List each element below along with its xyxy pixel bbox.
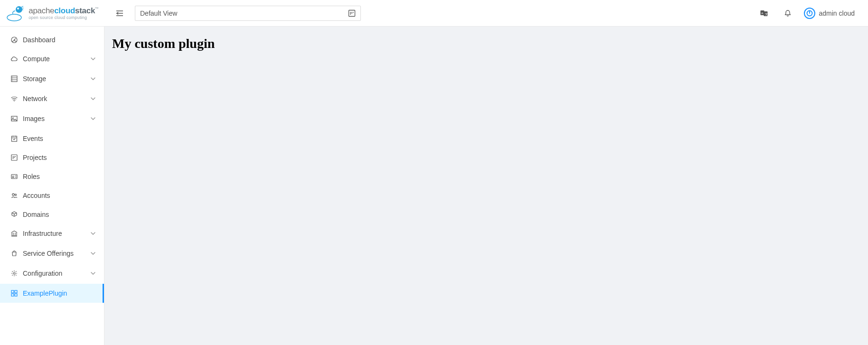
sidebar-item-label: Infrastructure	[23, 230, 90, 237]
chevron-down-icon	[90, 75, 96, 82]
logo-tagline: open source cloud computing	[28, 16, 99, 20]
sidebar-item-label: Compute	[23, 55, 90, 63]
sidebar-item-label: Roles	[23, 173, 96, 180]
logo[interactable]: apachecloudstack™ open source cloud comp…	[0, 0, 104, 27]
sidebar-item-storage[interactable]: Storage	[0, 69, 104, 88]
svg-point-27	[16, 6, 22, 13]
team-icon	[10, 192, 18, 199]
view-selector[interactable]: Default View	[135, 6, 361, 21]
sidebar-item-label: Events	[23, 135, 96, 142]
sidebar-item-label: ExamplePlugin	[23, 289, 96, 297]
sidebar-item-images[interactable]: Images	[0, 109, 104, 128]
sidebar-item-compute[interactable]: Compute	[0, 49, 104, 68]
menu-fold-icon	[115, 9, 124, 17]
bell-icon	[784, 9, 792, 17]
sidebar-item-network[interactable]: Network	[0, 89, 104, 108]
sidebar-item-dashboard[interactable]: Dashboard	[0, 30, 104, 49]
idcard-icon	[10, 173, 18, 180]
dashboard-icon	[10, 36, 18, 44]
page-title: My custom plugin	[112, 36, 860, 51]
sidebar-item-service-offerings[interactable]: Service Offerings	[0, 244, 104, 263]
wifi-icon	[10, 95, 18, 103]
sidebar-item-label: Images	[23, 115, 90, 122]
power-icon	[804, 8, 815, 19]
svg-point-28	[17, 8, 19, 9]
sidebar-item-domains[interactable]: Domains	[0, 205, 104, 224]
logo-title: apachecloudstack™	[28, 7, 99, 15]
translate-icon	[760, 9, 770, 17]
appstore-icon	[10, 289, 18, 297]
sidebar-item-label: Accounts	[23, 192, 96, 199]
chevron-down-icon	[90, 230, 96, 237]
chevron-down-icon	[90, 56, 96, 62]
cloud-icon	[10, 55, 18, 63]
bank-icon	[10, 230, 18, 237]
sidebar-item-configuration[interactable]: Configuration	[0, 264, 104, 283]
language-button[interactable]	[758, 7, 772, 20]
sidebar-item-label: Service Offerings	[23, 250, 90, 257]
settings-icon	[10, 270, 18, 277]
chevron-down-icon	[90, 270, 96, 277]
sidebar-item-label: Configuration	[23, 270, 90, 277]
content: My custom plugin	[104, 27, 868, 345]
sidebar-item-label: Network	[23, 95, 90, 103]
sidebar-item-label: Dashboard	[23, 36, 96, 44]
sidebar-item-infrastructure[interactable]: Infrastructure	[0, 224, 104, 243]
sidebar-item-accounts[interactable]: Accounts	[0, 186, 104, 205]
project-icon	[348, 9, 356, 17]
block-icon	[10, 211, 18, 218]
chevron-down-icon	[90, 250, 96, 257]
picture-icon	[10, 115, 18, 122]
sidebar-item-label: Domains	[23, 211, 96, 218]
shopping-icon	[10, 250, 18, 257]
sidebar-item-label: Storage	[23, 75, 90, 83]
user-name: admin cloud	[819, 9, 855, 17]
notifications-button[interactable]	[781, 7, 794, 20]
header: apachecloudstack™ open source cloud comp…	[0, 0, 868, 27]
sidebar-item-roles[interactable]: Roles	[0, 167, 104, 186]
project-icon	[10, 154, 18, 161]
calendar-icon	[10, 135, 18, 142]
sidebar-item-label: Projects	[23, 154, 96, 161]
chevron-down-icon	[90, 95, 96, 102]
storage-icon	[10, 75, 18, 83]
view-selector-label: Default View	[140, 9, 177, 17]
sidebar-item-exampleplugin[interactable]: ExamplePlugin	[0, 284, 104, 303]
logo-icon	[6, 4, 27, 22]
sidebar-item-projects[interactable]: Projects	[0, 148, 104, 167]
chevron-down-icon	[90, 115, 96, 122]
menu-fold-button[interactable]	[112, 6, 127, 21]
sidebar-item-events[interactable]: Events	[0, 129, 104, 148]
user-menu[interactable]: admin cloud	[804, 8, 855, 19]
sidebar: DashboardComputeStorageNetworkImagesEven…	[0, 27, 104, 345]
svg-point-26	[7, 14, 21, 21]
